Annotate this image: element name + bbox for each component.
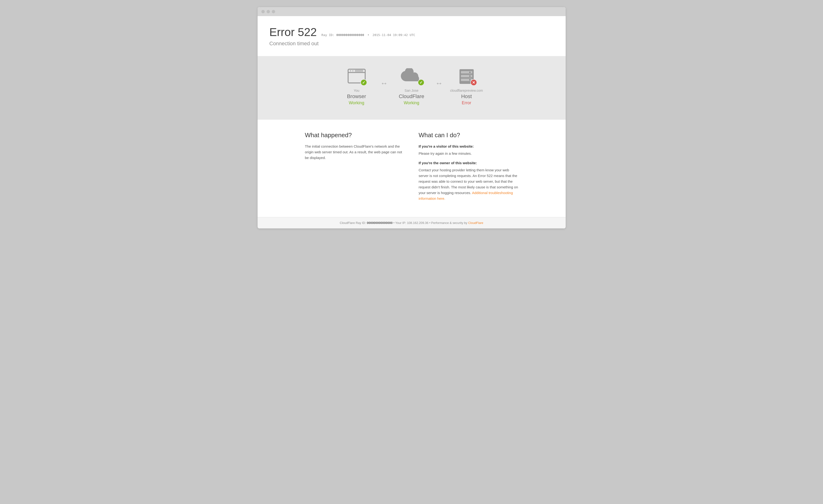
svg-point-2	[350, 70, 351, 71]
browser-status: Working	[349, 101, 364, 106]
footer-sep1: •	[393, 221, 395, 225]
ray-info: Ray ID: 000000000000000 • 2015-11-04 19:…	[322, 33, 416, 37]
title-bar	[258, 7, 566, 16]
error-header: Error 522 Ray ID: 000000000000000 • 2015…	[258, 16, 566, 56]
footer-ray-prefix: CloudFlare Ray ID:	[340, 221, 366, 225]
owner-text: Contact your hosting provider letting th…	[419, 167, 518, 201]
svg-point-9	[469, 71, 471, 73]
cf-name: CloudFlare	[399, 94, 425, 100]
dot-separator: •	[367, 33, 369, 37]
traffic-light-green	[272, 10, 275, 13]
what-can-i-do-col: What can I do? If you're a visitor of th…	[419, 132, 518, 205]
error-title-row: Error 522 Ray ID: 000000000000000 • 2015…	[270, 26, 554, 39]
host-location: cloudflarepreview.com	[450, 89, 483, 93]
ray-label: Ray ID:	[322, 33, 335, 37]
footer-ip: 108.162.209.36	[407, 221, 428, 225]
what-happened-body: The initial connection between CloudFlar…	[305, 144, 404, 161]
node-cloudflare: ✓ San Jose CloudFlare Working	[390, 68, 433, 106]
browser-window: Error 522 Ray ID: 000000000000000 • 2015…	[258, 7, 566, 228]
arrow-cf-to-host: ↔	[433, 79, 445, 88]
host-icon-wrapper: ✕	[457, 68, 476, 85]
cf-status: Working	[404, 101, 420, 106]
visitor-label: If you're a visitor of this website:	[419, 144, 518, 149]
cloudflare-icon-wrapper: ✓	[400, 68, 424, 85]
what-happened-col: What happened? The initial connection be…	[305, 132, 404, 205]
traffic-light-yellow	[267, 10, 270, 13]
error-subtitle: Connection timed out	[270, 40, 554, 47]
footer-bar: CloudFlare Ray ID: 000000000000000 • You…	[258, 217, 566, 228]
host-name: Host	[461, 94, 472, 100]
timestamp: 2015-11-04 19:09:42 UTC	[372, 33, 415, 37]
what-can-i-do-title: What can I do?	[419, 132, 518, 139]
arrow-browser-to-cf: ↔	[378, 79, 390, 88]
footer-ray-id: 000000000000000	[367, 221, 392, 225]
info-section: What happened? The initial connection be…	[258, 120, 566, 217]
browser-status-badge: ✓	[360, 79, 367, 86]
node-host: ✕ cloudflarepreview.com Host Error	[445, 68, 488, 106]
browser-location: You	[354, 89, 359, 93]
svg-rect-4	[355, 70, 363, 72]
traffic-light-red	[262, 10, 265, 13]
host-status-badge: ✕	[470, 79, 477, 86]
browser-name: Browser	[347, 94, 366, 100]
svg-point-3	[352, 70, 354, 71]
ray-id: 000000000000000	[336, 33, 364, 37]
cf-status-badge: ✓	[418, 79, 425, 86]
diagram-section: ✓ You Browser Working ↔ ✓ San Jose Cloud…	[258, 56, 566, 120]
browser-icon-wrapper: ✓	[347, 68, 366, 85]
footer-cloudflare-link[interactable]: CloudFlare	[468, 221, 483, 225]
footer-sep2: •	[429, 221, 431, 225]
svg-point-10	[469, 75, 471, 77]
diagram-container: ✓ You Browser Working ↔ ✓ San Jose Cloud…	[335, 68, 488, 106]
svg-point-11	[469, 79, 471, 80]
footer-ip-prefix: Your IP:	[395, 221, 406, 225]
node-browser: ✓ You Browser Working	[335, 68, 378, 106]
visitor-text: Please try again in a few minutes.	[419, 151, 518, 156]
error-code: Error 522	[270, 26, 317, 39]
cf-location: San Jose	[404, 89, 418, 93]
info-columns: What happened? The initial connection be…	[305, 132, 518, 205]
what-happened-title: What happened?	[305, 132, 404, 139]
owner-label: If you're the owner of this website:	[419, 160, 518, 166]
footer-perf-prefix: Performance & security by	[431, 221, 467, 225]
host-status: Error	[462, 101, 471, 106]
